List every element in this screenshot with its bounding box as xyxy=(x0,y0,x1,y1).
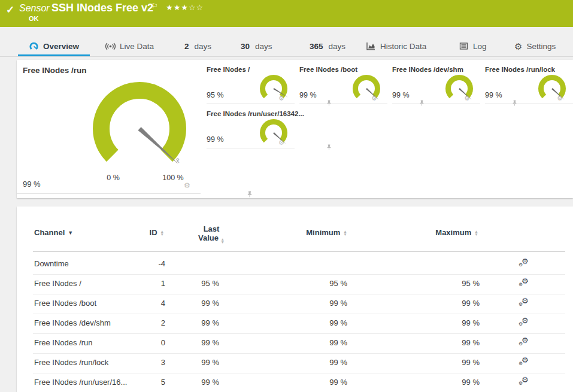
sensor-page: ✓ Sensor SSH INodes Free v2 ⚐ ★★★☆☆ OK O… xyxy=(0,0,573,392)
column-header-id[interactable]: ID ▲▼ xyxy=(125,228,164,237)
gauge-value: 95 % xyxy=(207,91,224,99)
channels-table-panel: Channel ▼ ID ▲▼ Last Value ▲▼ Minimum ▲▼… xyxy=(17,206,573,392)
gauge-title: Free INodes / xyxy=(207,66,250,73)
column-label: Minimum xyxy=(306,228,340,237)
gauge-value: 99 % xyxy=(392,91,410,99)
status-ok-check-icon: ✓ xyxy=(6,4,14,16)
column-label: Channel xyxy=(34,228,65,237)
minimum-value: 95 % xyxy=(290,279,347,288)
channel-gauge-card[interactable]: Free INodes /dev/shm 99 % ⚙ xyxy=(392,65,480,104)
channel-name: Free INodes /boot xyxy=(34,299,96,308)
channel-name: Free INodes /run/lock xyxy=(34,358,108,367)
minimum-value: 99 % xyxy=(290,378,347,387)
column-label: Value xyxy=(198,233,219,242)
tab-2-days[interactable]: 2 days xyxy=(184,36,211,56)
channel-gauge-card[interactable]: Free INodes /boot 99 % ⚙ xyxy=(299,65,387,104)
channel-settings-gears-icon[interactable]: ⚙⚙ xyxy=(519,297,529,308)
tab-number: 30 xyxy=(241,42,250,51)
channel-id: 3 xyxy=(123,358,165,367)
channel-name: Free INodes /dev/shm xyxy=(34,318,111,327)
column-header-minimum[interactable]: Minimum ▲▼ xyxy=(292,228,361,237)
gauge-settings-gear-icon[interactable]: ⚙ xyxy=(557,95,563,102)
status-badge: OK xyxy=(29,15,39,22)
gauge-settings-gear-icon[interactable]: ⚙ xyxy=(278,139,284,146)
tab-number: 2 xyxy=(184,42,189,51)
column-label: Last xyxy=(187,224,235,233)
channel-settings-gears-icon[interactable]: ⚙⚙ xyxy=(519,257,529,268)
channel-settings-gears-icon[interactable]: ⚙⚙ xyxy=(519,376,529,387)
last-value: 99 % xyxy=(177,318,219,327)
column-header-maximum[interactable]: Maximum ▲▼ xyxy=(421,228,493,237)
gauge-value: 99 % xyxy=(23,180,41,189)
log-icon xyxy=(459,41,469,51)
channel-gauge-card[interactable]: Free INodes / 95 % ⚙ xyxy=(207,65,295,104)
minimum-value: 99 % xyxy=(290,338,347,347)
gauge-settings-gear-icon[interactable]: ⚙ xyxy=(371,95,377,102)
tab-historic-data[interactable]: Historic Data xyxy=(366,36,426,56)
gauge-settings-gear-icon[interactable]: ⚙ xyxy=(278,95,284,102)
tab-label: Historic Data xyxy=(380,42,426,51)
channel-gauge-card[interactable]: Free INodes /run/lock 99 % ⚙ xyxy=(485,65,573,104)
gauge-value: 99 % xyxy=(485,91,502,99)
gauge-settings-gear-icon[interactable]: ⚙ xyxy=(184,182,190,189)
last-value: 99 % xyxy=(177,338,219,347)
channel-settings-gears-icon[interactable]: ⚙⚙ xyxy=(519,317,529,327)
tab-30-days[interactable]: 30 days xyxy=(241,36,272,56)
last-value: 95 % xyxy=(177,279,219,288)
tab-overview[interactable]: Overview xyxy=(29,36,79,56)
stars-empty: ☆☆ xyxy=(189,3,204,12)
channel-settings-gears-icon[interactable]: ⚙⚙ xyxy=(519,356,529,367)
pin-icon[interactable] xyxy=(247,191,253,198)
minimum-value: 99 % xyxy=(290,358,347,367)
gauge-value: 99 % xyxy=(207,135,224,144)
channel-id: 1 xyxy=(123,279,165,288)
table-header-row: Channel ▼ ID ▲▼ Last Value ▲▼ Minimum ▲▼… xyxy=(17,224,573,252)
gauge-title: Free INodes /run xyxy=(23,66,87,75)
priority-stars[interactable]: ★★★☆☆ xyxy=(166,3,204,12)
channel-id: 2 xyxy=(123,318,165,327)
channel-settings-gears-icon[interactable]: ⚙⚙ xyxy=(519,336,529,347)
channel-settings-gears-icon[interactable]: ⚙⚙ xyxy=(519,277,529,288)
column-header-channel[interactable]: Channel ▼ xyxy=(34,228,73,237)
tab-settings[interactable]: ⚙ Settings xyxy=(514,36,556,56)
minimum-value: 99 % xyxy=(290,299,347,308)
sensor-title: SSH INodes Free v2 xyxy=(51,2,153,14)
column-header-last-value[interactable]: Last Value ▲▼ xyxy=(187,224,235,244)
tab-label: days xyxy=(195,42,212,51)
gauge-chart xyxy=(533,69,571,108)
live-data-icon xyxy=(105,41,116,51)
minimum-value: 99 % xyxy=(290,318,347,327)
table-row: Free INodes / 1 95 % 95 % 95 % ⚙⚙ xyxy=(33,274,565,294)
table-row: Downtime -4 ⚙⚙ xyxy=(33,254,565,275)
channel-name: Free INodes /run xyxy=(34,338,93,347)
last-value: 99 % xyxy=(177,299,219,308)
table-row: Free INodes /boot 4 99 % 99 % 99 % ⚙⚙ xyxy=(33,294,565,314)
channel-id: -4 xyxy=(123,259,165,268)
pin-icon[interactable] xyxy=(326,144,332,151)
tab-label: days xyxy=(255,42,272,51)
tab-365-days[interactable]: 365 days xyxy=(310,36,345,56)
tab-log[interactable]: Log xyxy=(459,36,487,56)
tab-label: Live Data xyxy=(120,42,154,51)
channel-gauge-card[interactable]: Free INodes /run/user/16342... 99 % ⚙ xyxy=(207,109,295,148)
sensor-header-bar: ✓ Sensor SSH INodes Free v2 ⚐ ★★★☆☆ OK xyxy=(0,0,573,27)
header-divider xyxy=(33,251,565,252)
channel-name: Free INodes / xyxy=(34,279,81,288)
gauge-icon xyxy=(29,41,39,51)
maximum-value: 99 % xyxy=(422,299,480,308)
table-row: Free INodes /run/lock 3 99 % 99 % 99 % ⚙… xyxy=(33,353,565,373)
gauge-settings-gear-icon[interactable]: ⚙ xyxy=(464,95,470,102)
sort-desc-icon: ▼ xyxy=(68,230,73,236)
gauge-scale-min: 0 % xyxy=(95,174,131,182)
maximum-value: 99 % xyxy=(422,378,480,387)
active-tab-underline xyxy=(18,54,90,56)
table-row: Free INodes /run 0 99 % 99 % 99 % ⚙⚙ xyxy=(33,333,565,354)
tab-live-data[interactable]: Live Data xyxy=(105,36,154,56)
tab-label: Log xyxy=(473,42,487,51)
gauge-chart xyxy=(80,69,199,189)
sort-icon: ▲▼ xyxy=(474,230,478,236)
maximum-value: 99 % xyxy=(422,358,480,367)
channel-name: Free INodes /run/user/16... xyxy=(34,378,127,387)
sort-icon: ▲▼ xyxy=(221,238,225,244)
gauge-scale-max: 100 % xyxy=(153,174,193,182)
